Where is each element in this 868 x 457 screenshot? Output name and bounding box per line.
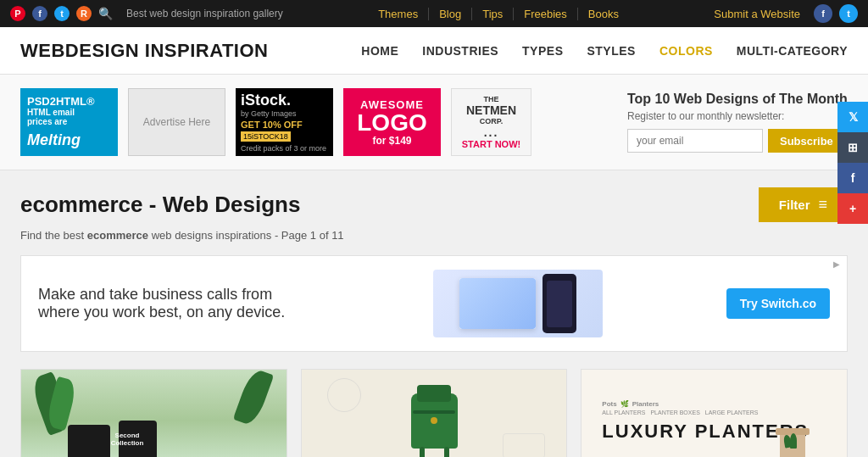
nav-colors[interactable]: COLORS <box>659 44 713 58</box>
psd2html-line1: HTML email <box>27 108 111 117</box>
site-header: WEBDESIGN INSPIRATION HOME INDUSTRIES TY… <box>0 27 868 75</box>
filter-label: Filter <box>779 198 810 212</box>
side-layers-button[interactable]: ⊞ <box>837 132 868 163</box>
card1-image: Second Collection <box>21 370 287 457</box>
psd2html-brand: PSD2HTML® <box>27 95 111 108</box>
nav-industries[interactable]: INDUSTRIES <box>422 44 498 58</box>
side-facebook-icon: f <box>851 171 855 185</box>
ad-banner: ▶ Make and take business calls from wher… <box>20 255 848 352</box>
top-bar-nav: Themes Blog Tips Freebies Books <box>368 8 629 20</box>
card3-leaf-icon: 🌿 <box>620 400 629 408</box>
rss-icon[interactable]: R <box>76 6 92 21</box>
ad-label: ▶ <box>833 259 840 269</box>
side-social-panel: 𝕏 ⊞ f + <box>837 102 868 224</box>
nav-tips[interactable]: Tips <box>472 8 514 20</box>
twitter-social-icon[interactable]: t <box>839 4 858 23</box>
search-icon[interactable]: 🔍 <box>98 7 113 20</box>
ad-cta-button[interactable]: Try Switch.co <box>726 288 830 319</box>
card2-image <box>302 370 567 457</box>
istock-brand: iStock. <box>241 92 328 109</box>
design-card-1[interactable]: Second Collection <box>20 369 287 457</box>
nav-styles[interactable]: STYLES <box>587 44 635 58</box>
banner-area: PSD2HTML® HTML email prices are Melting … <box>0 75 868 170</box>
psd2html-banner[interactable]: PSD2HTML® HTML email prices are Melting <box>20 88 118 156</box>
subscribe-button[interactable]: Subscribe <box>768 129 845 153</box>
nav-themes[interactable]: Themes <box>368 8 429 20</box>
top-bar-right: Submit a Website f t <box>714 4 858 23</box>
logo-label: LOGO <box>357 111 426 135</box>
nav-books[interactable]: Books <box>578 8 629 20</box>
pinterest-icon[interactable]: P <box>10 6 25 21</box>
istock-note: Credit packs of 3 or more <box>241 144 328 153</box>
desc-prefix: Find the best <box>20 229 87 242</box>
site-title: WEBDESIGN INSPIRATION <box>20 40 268 62</box>
psd2html-line2: prices are <box>27 117 111 126</box>
ad-image <box>433 270 603 337</box>
istock-code: 15iSTOCK18 <box>241 131 291 142</box>
side-plus-icon: + <box>849 202 856 215</box>
netmen-the: THE <box>484 95 499 103</box>
newsletter-form: Subscribe <box>627 129 848 153</box>
advertise-banner[interactable]: Advertise Here <box>128 88 225 156</box>
desc-suffix: web designs inspirations - Page 1 of 11 <box>148 229 344 242</box>
nav-types[interactable]: TYPES <box>522 44 563 58</box>
submit-website-link[interactable]: Submit a Website <box>714 8 800 20</box>
card1-title: Second Collection <box>102 432 153 448</box>
design-grid: Second Collection <box>20 369 848 457</box>
filter-icon: ≡ <box>818 196 827 214</box>
istock-offer: GET 10% OFF <box>241 120 328 130</box>
page-title: ecommerce - Web Designs <box>20 192 300 218</box>
istock-sub: by Getty Images <box>241 109 328 118</box>
twitter-icon-top[interactable]: t <box>54 6 70 21</box>
netmen-banner[interactable]: THE NETMEN CORP. ... START NOW! <box>451 88 531 156</box>
side-plus-button[interactable]: + <box>837 193 868 224</box>
design-card-3[interactable]: Pots 🌿 Planters ALL PLANTERS PLANTER BOX… <box>581 369 848 457</box>
netmen-corp: CORP. <box>480 117 503 125</box>
logo-price: for $149 <box>372 135 411 147</box>
top-bar: P f t R 🔍 Best web design inspiration ga… <box>0 0 868 27</box>
awesome-logo-banner[interactable]: AWESOME LOGO for $149 <box>343 88 441 156</box>
nav-multi-category[interactable]: MULTI-CATEGORY <box>737 44 848 58</box>
site-tagline: Best web design inspiration gallery <box>126 8 283 20</box>
side-layers-icon: ⊞ <box>848 141 858 154</box>
card3-brand-text: Pots <box>602 400 616 408</box>
main-nav: HOME INDUSTRIES TYPES STYLES COLORS MULT… <box>361 44 848 58</box>
side-twitter-button[interactable]: 𝕏 <box>837 102 868 132</box>
nav-blog[interactable]: Blog <box>429 8 472 20</box>
netmen-brand: NETMEN <box>466 103 516 117</box>
email-input[interactable] <box>627 129 763 153</box>
newsletter-box: Top 10 Web Designs of The Month Register… <box>627 92 848 153</box>
main-content: ecommerce - Web Designs Filter ≡ Find th… <box>0 170 868 457</box>
side-facebook-button[interactable]: f <box>837 163 868 193</box>
desc-keyword: ecommerce <box>87 229 148 242</box>
page-description: Find the best ecommerce web designs insp… <box>20 229 848 242</box>
side-twitter-icon: 𝕏 <box>849 110 858 124</box>
facebook-icon-top[interactable]: f <box>32 6 47 21</box>
newsletter-title: Top 10 Web Designs of The Month <box>627 92 848 107</box>
ad-text: Make and take business calls from where … <box>38 286 309 321</box>
netmen-start: START NOW! <box>462 139 520 149</box>
newsletter-subtitle: Register to our monthly newsletter: <box>627 110 848 122</box>
top-bar-left: P f t R 🔍 Best web design inspiration ga… <box>10 6 283 21</box>
istock-banner[interactable]: iStock. by Getty Images GET 10% OFF 15iS… <box>236 88 333 156</box>
nav-home[interactable]: HOME <box>361 44 398 58</box>
nav-freebies[interactable]: Freebies <box>514 8 578 20</box>
advertise-label: Advertise Here <box>143 116 210 128</box>
page-header: ecommerce - Web Designs Filter ≡ <box>20 187 848 222</box>
filter-button[interactable]: Filter ≡ <box>759 187 848 222</box>
card3-image: Pots 🌿 Planters ALL PLANTERS PLANTER BOX… <box>581 370 847 457</box>
facebook-social-icon[interactable]: f <box>814 4 832 23</box>
psd2html-melting: Melting <box>27 131 111 149</box>
netmen-dots: ... <box>484 125 499 139</box>
design-card-2[interactable] <box>301 369 568 457</box>
